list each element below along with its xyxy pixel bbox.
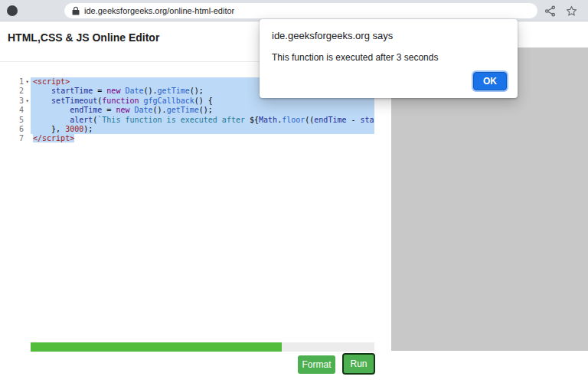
ok-button[interactable]: OK bbox=[473, 72, 507, 90]
code-line: 5 alert(`This function is executed after… bbox=[6, 116, 374, 125]
progress-fill bbox=[31, 342, 282, 352]
dialog-message: This function is executed after 3 second… bbox=[272, 52, 505, 63]
line-number: 2 bbox=[6, 87, 31, 96]
dialog-title: ide.geeksforgeeks.org says bbox=[272, 30, 505, 41]
fold-marker-icon[interactable]: ▾ bbox=[24, 77, 31, 87]
line-number: 4 bbox=[6, 106, 31, 115]
fold-marker-icon bbox=[24, 106, 31, 115]
browser-menu-icon[interactable] bbox=[7, 5, 18, 16]
line-number: 7 bbox=[6, 134, 31, 143]
fold-marker-icon bbox=[24, 125, 31, 134]
star-icon[interactable] bbox=[566, 5, 577, 17]
line-number: 3▾ bbox=[6, 97, 31, 106]
url-text: ide.geeksforgeeks.org/online-html-editor bbox=[84, 6, 234, 15]
line-number: 6 bbox=[6, 125, 31, 134]
code-line: 6 }, 3000); bbox=[6, 125, 374, 134]
fold-marker-icon[interactable]: ▾ bbox=[24, 97, 31, 106]
alert-dialog: ide.geeksforgeeks.org says This function… bbox=[260, 19, 518, 98]
fold-marker-icon bbox=[24, 134, 31, 143]
page-title: HTML,CSS & JS Online Editor bbox=[8, 31, 159, 44]
format-button[interactable]: Format bbox=[298, 355, 335, 374]
code-line: 7</script> bbox=[6, 134, 374, 143]
share-icon[interactable] bbox=[544, 5, 556, 17]
url-bar[interactable]: ide.geeksforgeeks.org/online-html-editor bbox=[64, 3, 537, 18]
fold-marker-icon bbox=[24, 87, 31, 96]
browser-chrome: ide.geeksforgeeks.org/online-html-editor bbox=[0, 0, 588, 21]
lock-icon bbox=[72, 6, 80, 15]
line-number: 1▾ bbox=[6, 77, 31, 87]
fold-marker-icon bbox=[24, 116, 31, 125]
line-number: 5 bbox=[6, 116, 31, 125]
progress-bar bbox=[31, 342, 374, 352]
code-line: 4 endTime = new Date().getTime(); bbox=[6, 106, 374, 115]
code-editor[interactable]: 1▾<script>2 startTime = new Date().getTi… bbox=[6, 75, 374, 342]
run-button[interactable]: Run bbox=[342, 353, 375, 375]
